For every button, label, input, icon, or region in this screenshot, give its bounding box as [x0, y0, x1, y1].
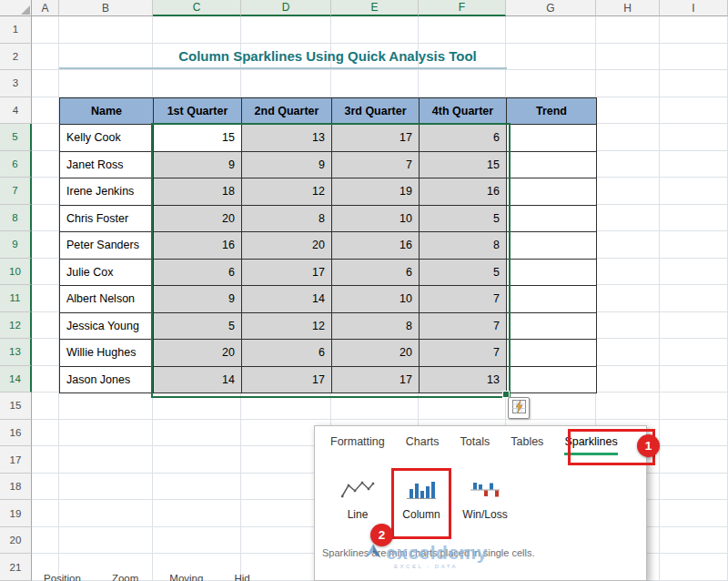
trend-cell[interactable] [507, 125, 597, 152]
name-cell[interactable]: Jessica Young [60, 312, 154, 340]
column-header-i[interactable]: I [660, 0, 728, 16]
grid-cell[interactable] [596, 312, 660, 340]
grid-cell[interactable] [32, 44, 59, 71]
trend-cell[interactable] [507, 286, 597, 313]
value-cell[interactable]: 9 [242, 151, 332, 178]
grid-cell[interactable] [419, 70, 506, 97]
grid-cell[interactable] [32, 446, 59, 474]
row-header-20[interactable]: 20 [0, 527, 32, 555]
value-cell[interactable]: 13 [420, 366, 507, 393]
grid-cell[interactable] [59, 16, 153, 44]
grid-cell[interactable] [660, 231, 728, 259]
value-cell[interactable]: 17 [332, 366, 420, 393]
grid-cell[interactable] [153, 527, 241, 555]
grid-cell[interactable] [506, 16, 596, 44]
value-cell[interactable]: 5 [154, 312, 242, 340]
sheet-tab-zoom[interactable]: Zoom [112, 573, 138, 581]
value-cell[interactable]: 9 [154, 151, 242, 178]
grid-cell[interactable] [32, 97, 59, 125]
value-cell[interactable]: 7 [332, 151, 420, 178]
value-cell[interactable]: 20 [154, 340, 242, 367]
tab-charts[interactable]: Charts [406, 435, 440, 455]
column-header-e[interactable]: E [331, 0, 419, 16]
grid-cell[interactable] [59, 392, 153, 420]
grid-cell[interactable] [32, 392, 59, 420]
grid-cell[interactable] [32, 339, 59, 366]
trend-cell[interactable] [507, 312, 597, 340]
table-header-cell[interactable]: Trend [507, 97, 597, 125]
grid-cell[interactable] [596, 392, 660, 420]
row-header-12[interactable]: 12 [0, 312, 32, 340]
tab-formatting[interactable]: Formatting [330, 435, 385, 455]
value-cell[interactable]: 6 [332, 259, 420, 286]
value-cell[interactable]: 7 [420, 340, 507, 367]
value-cell[interactable]: 17 [332, 125, 420, 152]
value-cell[interactable]: 5 [420, 205, 507, 232]
grid-cell[interactable] [419, 16, 506, 44]
grid-cell[interactable] [241, 70, 331, 97]
tab-tables[interactable]: Tables [511, 435, 543, 455]
sparkline-option-line[interactable]: Line [333, 475, 382, 521]
value-cell[interactable]: 20 [332, 340, 420, 367]
row-header-9[interactable]: 9 [0, 231, 32, 259]
value-cell[interactable]: 7 [420, 312, 507, 340]
value-cell[interactable]: 6 [420, 125, 507, 152]
value-cell[interactable]: 19 [332, 178, 420, 206]
grid-cell[interactable] [153, 420, 241, 447]
grid-cell[interactable] [660, 97, 728, 125]
grid-cell[interactable] [32, 70, 59, 97]
sheet-tab-moving[interactable]: Moving [169, 573, 203, 581]
row-header-14[interactable]: 14 [0, 366, 32, 393]
table-header-cell[interactable]: 2nd Quarter [242, 97, 332, 125]
trend-cell[interactable] [507, 232, 597, 260]
table-header-cell[interactable]: 3rd Quarter [332, 97, 420, 125]
row-header-19[interactable]: 19 [0, 500, 32, 527]
tab-totals[interactable]: Totals [460, 435, 490, 455]
value-cell[interactable]: 16 [332, 232, 420, 260]
grid-cell[interactable] [153, 474, 241, 501]
column-header-d[interactable]: D [241, 0, 331, 16]
grid-cell[interactable] [596, 205, 660, 232]
row-header-17[interactable]: 17 [0, 446, 32, 474]
grid-cell[interactable] [32, 151, 59, 178]
sheet-tab-position[interactable]: Position [44, 573, 81, 581]
grid-cell[interactable] [59, 474, 153, 501]
value-cell[interactable]: 8 [242, 205, 332, 232]
grid-cell[interactable] [660, 178, 728, 205]
grid-cell[interactable] [660, 446, 728, 474]
grid-cell[interactable] [32, 312, 59, 340]
grid-cell[interactable] [660, 70, 728, 97]
value-cell[interactable]: 5 [420, 259, 507, 286]
grid-cell[interactable] [153, 500, 241, 527]
sheet-tab-hid[interactable]: Hid [234, 573, 249, 581]
grid-cell[interactable] [32, 420, 59, 447]
column-header-c[interactable]: C [153, 0, 241, 16]
grid-cell[interactable] [660, 420, 728, 447]
tab-sparklines[interactable]: Sparklines [564, 435, 617, 455]
grid-cell[interactable] [32, 259, 59, 286]
name-cell[interactable]: Chris Foster [60, 205, 154, 232]
value-cell[interactable]: 14 [154, 366, 242, 393]
sparkline-option-win-loss[interactable]: Win/Loss [460, 475, 510, 521]
value-cell[interactable]: 14 [242, 286, 332, 313]
grid-cell[interactable] [32, 124, 59, 151]
value-cell[interactable]: 10 [332, 286, 420, 313]
grid-cell[interactable] [596, 339, 660, 366]
grid-cell[interactable] [506, 70, 596, 97]
grid-cell[interactable] [660, 259, 728, 286]
row-header-1[interactable]: 1 [0, 16, 32, 44]
name-cell[interactable]: Kelly Cook [60, 125, 154, 152]
grid-cell[interactable] [506, 44, 596, 71]
grid-cell[interactable] [660, 554, 728, 581]
grid-cell[interactable] [241, 392, 331, 420]
value-cell[interactable]: 18 [154, 178, 242, 206]
value-cell[interactable]: 8 [420, 232, 507, 260]
grid-cell[interactable] [596, 178, 660, 205]
grid-cell[interactable] [331, 70, 419, 97]
column-header-b[interactable]: B [59, 0, 153, 16]
grid-cell[interactable] [596, 259, 660, 286]
grid-cell[interactable] [660, 312, 728, 340]
value-cell[interactable]: 16 [420, 178, 507, 206]
trend-cell[interactable] [507, 205, 597, 232]
table-header-cell[interactable]: 1st Quarter [154, 97, 242, 125]
